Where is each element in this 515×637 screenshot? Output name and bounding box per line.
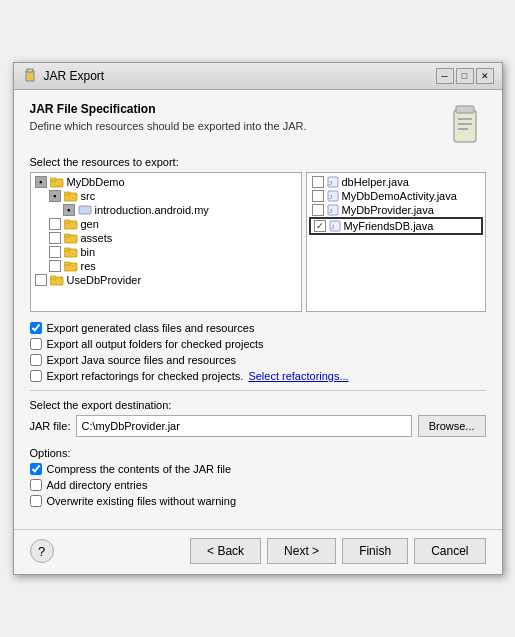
export-class-label: Export generated class files and resourc… xyxy=(47,322,255,334)
options-checkboxes: Compress the contents of the JAR file Ad… xyxy=(30,463,486,507)
checkbox-usedbprovider[interactable] xyxy=(35,274,47,286)
package-icon-intro xyxy=(78,204,92,216)
overwrite-checkbox[interactable] xyxy=(30,495,42,507)
checkbox-bin[interactable] xyxy=(49,246,61,258)
svg-text:J: J xyxy=(329,208,332,214)
svg-rect-15 xyxy=(64,234,70,237)
export-refactor-label: Export refactorings for checked projects… xyxy=(47,370,244,382)
help-button[interactable]: ? xyxy=(30,539,54,563)
folder-icon-usedbprovider xyxy=(50,274,64,286)
overwrite-label: Overwrite existing files without warning xyxy=(47,495,237,507)
title-bar-text: JAR Export xyxy=(44,69,105,83)
add-dir-checkbox[interactable] xyxy=(30,479,42,491)
finish-button[interactable]: Finish xyxy=(342,538,408,564)
tree-label-gen: gen xyxy=(81,218,99,230)
export-source-checkbox[interactable] xyxy=(30,354,42,366)
svg-rect-10 xyxy=(64,192,70,195)
tree-item-gen[interactable]: gen xyxy=(47,217,299,231)
cancel-button[interactable]: Cancel xyxy=(414,538,485,564)
svg-rect-5 xyxy=(458,123,472,125)
folder-icon-gen xyxy=(64,218,78,230)
tree-item-mydbdemo[interactable]: ▪ MyDbDemo xyxy=(33,175,299,189)
overwrite-row: Overwrite existing files without warning xyxy=(30,495,486,507)
checkbox-assets[interactable] xyxy=(49,232,61,244)
export-class-checkbox[interactable] xyxy=(30,322,42,334)
resources-label: Select the resources to export: xyxy=(30,156,486,168)
title-bar-buttons: ─ □ ✕ xyxy=(436,68,494,84)
section-title: JAR File Specification xyxy=(30,102,307,116)
folder-icon-assets xyxy=(64,232,78,244)
header-section: JAR File Specification Define which reso… xyxy=(30,102,307,142)
tree-label-mydbdemo: MyDbDemo xyxy=(67,176,125,188)
tree-panel[interactable]: ▪ MyDbDemo ▪ src xyxy=(30,172,302,312)
divider1 xyxy=(30,390,486,391)
folder-icon-bin xyxy=(64,246,78,258)
java-icon-mydbdemoactivity: J xyxy=(327,190,339,202)
folder-icon-mydbdemo xyxy=(50,176,64,188)
export-output-row: Export all output folders for checked pr… xyxy=(30,338,486,350)
svg-rect-2 xyxy=(454,110,476,142)
file-label-mydbprovider: MyDbProvider.java xyxy=(342,204,434,216)
add-dir-label: Add directory entries xyxy=(47,479,148,491)
checkbox-gen[interactable] xyxy=(49,218,61,230)
file-list-panel[interactable]: J dbHelper.java J MyDbDemoActivity.java xyxy=(306,172,486,312)
svg-text:J: J xyxy=(331,224,334,230)
next-button[interactable]: Next > xyxy=(267,538,336,564)
file-row-mydbdemoactivity[interactable]: J MyDbDemoActivity.java xyxy=(309,189,483,203)
file-checkbox-dbhelper[interactable] xyxy=(312,176,324,188)
svg-rect-21 xyxy=(50,276,56,279)
compress-row: Compress the contents of the JAR file xyxy=(30,463,486,475)
tree-item-assets[interactable]: assets xyxy=(47,231,299,245)
jar-file-label: JAR file: xyxy=(30,420,71,432)
file-checkbox-mydbdemoactivity[interactable] xyxy=(312,190,324,202)
dialog-content: JAR File Specification Define which reso… xyxy=(14,90,502,525)
maximize-button[interactable]: □ xyxy=(456,68,474,84)
export-refactor-row: Export refactorings for checked projects… xyxy=(30,370,486,382)
file-label-myfriendsdb: MyFriendsDB.java xyxy=(344,220,434,232)
file-label-mydbdemoactivity: MyDbDemoActivity.java xyxy=(342,190,457,202)
compress-checkbox[interactable] xyxy=(30,463,42,475)
minimize-button[interactable]: ─ xyxy=(436,68,454,84)
file-row-myfriendsdb[interactable]: ✓ J MyFriendsDB.java xyxy=(309,217,483,235)
tree-label-res: res xyxy=(81,260,96,272)
svg-text:J: J xyxy=(329,180,332,186)
title-bar-left: JAR Export xyxy=(22,68,105,84)
jar-title-icon xyxy=(22,68,38,84)
jar-file-input[interactable] xyxy=(76,415,411,437)
java-icon-myfriendsdb: J xyxy=(329,220,341,232)
export-dest-label: Select the export destination: xyxy=(30,399,486,411)
export-refactor-checkbox[interactable] xyxy=(30,370,42,382)
java-icon-dbhelper: J xyxy=(327,176,339,188)
tree-label-usedbprovider: UseDbProvider xyxy=(67,274,142,286)
svg-text:J: J xyxy=(329,194,332,200)
back-button[interactable]: < Back xyxy=(190,538,261,564)
tree-item-bin[interactable]: bin xyxy=(47,245,299,259)
select-refactorings-link[interactable]: Select refactorings... xyxy=(248,370,348,382)
checkbox-mydbdemo[interactable]: ▪ xyxy=(35,176,47,188)
close-button[interactable]: ✕ xyxy=(476,68,494,84)
title-bar: JAR Export ─ □ ✕ xyxy=(14,63,502,90)
checkbox-src[interactable]: ▪ xyxy=(49,190,61,202)
tree-item-introduction[interactable]: ▪ introduction.android.my xyxy=(61,203,299,217)
tree-item-usedbprovider[interactable]: UseDbProvider xyxy=(33,273,299,287)
tree-item-res[interactable]: res xyxy=(47,259,299,273)
dest-row: JAR file: Browse... xyxy=(30,415,486,437)
checkbox-introduction[interactable]: ▪ xyxy=(63,204,75,216)
browse-button[interactable]: Browse... xyxy=(418,415,486,437)
jar-icon xyxy=(444,102,486,148)
tree-label-introduction: introduction.android.my xyxy=(95,204,209,216)
export-output-checkbox[interactable] xyxy=(30,338,42,350)
file-checkbox-myfriendsdb[interactable]: ✓ xyxy=(314,220,326,232)
java-icon-mydbprovider: J xyxy=(327,204,339,216)
add-dir-row: Add directory entries xyxy=(30,479,486,491)
file-label-dbhelper: dbHelper.java xyxy=(342,176,409,188)
file-row-mydbprovider[interactable]: J MyDbProvider.java xyxy=(309,203,483,217)
export-options-section: Export generated class files and resourc… xyxy=(30,322,486,382)
tree-label-bin: bin xyxy=(81,246,96,258)
export-source-label: Export Java source files and resources xyxy=(47,354,237,366)
checkbox-res[interactable] xyxy=(49,260,61,272)
tree-item-src[interactable]: ▪ src xyxy=(47,189,299,203)
file-row-dbhelper[interactable]: J dbHelper.java xyxy=(309,175,483,189)
file-checkbox-mydbprovider[interactable] xyxy=(312,204,324,216)
tree-label-assets: assets xyxy=(81,232,113,244)
